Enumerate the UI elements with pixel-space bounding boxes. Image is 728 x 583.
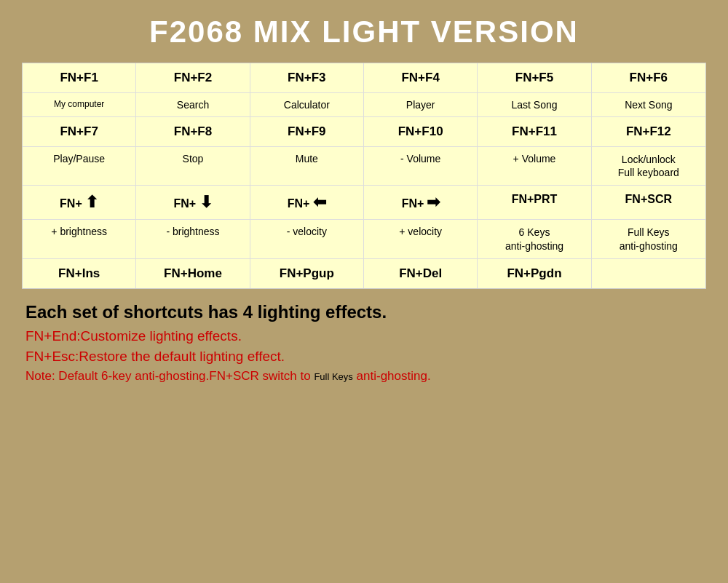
label-last-song: Last Song (478, 93, 591, 116)
key-fn-pgup: FN+Pgup (250, 259, 364, 288)
key-fn-prt: FN+PRT (478, 186, 591, 219)
key-fn-left: FN+ ⬅ (250, 186, 364, 219)
label-mute: Mute (250, 147, 364, 185)
arrow-right-icon: ➡ (427, 193, 440, 212)
label-volume-down: - Volume (364, 147, 478, 185)
label-lock-unlock: Lock/unlockFull keyboard (592, 147, 705, 185)
key-fn-right: FN+ ➡ (364, 186, 478, 219)
fn-arrow-label-row: + brightness - brightness - velocity + v… (23, 220, 705, 258)
note-start: Note: Default 6-key anti-ghosting.FN+SCR… (25, 369, 314, 383)
key-fn-f12: FN+F12 (592, 117, 705, 146)
key-fn-pgdn: FN+Pgdn (478, 259, 591, 288)
label-6-keys-anti-ghosting: 6 Keysanti-ghosting (478, 220, 591, 258)
key-fn-f9: FN+F9 (250, 117, 364, 146)
key-fn-f11: FN+F11 (478, 117, 591, 146)
arrow-left-icon: ⬅ (313, 193, 326, 212)
key-fn-home: FN+Home (136, 259, 250, 288)
key-fn-f4: FN+F4 (364, 63, 478, 92)
label-brightness-up: + brightness (23, 220, 136, 258)
note-end: anti-ghosting. (353, 369, 431, 383)
key-fn-f2: FN+F2 (136, 63, 250, 92)
label-full-keys-anti-ghosting: Full Keysanti-ghosting (592, 220, 705, 258)
key-fn-f7: FN+F7 (23, 117, 136, 146)
fn-f7-f12-label-row: Play/Pause Stop Mute - Volume + Volume L… (23, 147, 705, 186)
bottom-section: Each set of shortcuts has 4 lighting eff… (22, 289, 706, 384)
restore-text: FN+Esc:Restore the default lighting effe… (25, 349, 703, 365)
fn-f7-f12-key-row: FN+F7 FN+F8 FN+F9 FN+F10 FN+F11 FN+F12 (23, 117, 705, 147)
page-wrapper: F2068 MIX LIGHT VERSION FN+F1 FN+F2 FN+F… (0, 0, 728, 583)
label-stop: Stop (136, 147, 250, 185)
key-fn-f5: FN+F5 (478, 63, 591, 92)
arrow-up-icon: ⬆ (85, 193, 98, 212)
note-highlight: Full Keys (314, 371, 352, 382)
fn-f1-f6-key-row: FN+F1 FN+F2 FN+F3 FN+F4 FN+F5 FN+F6 (23, 63, 705, 93)
key-fn-f8: FN+F8 (136, 117, 250, 146)
lighting-effects-text: Each set of shortcuts has 4 lighting eff… (25, 302, 703, 322)
key-fn-f10: FN+F10 (364, 117, 478, 146)
customize-text: FN+End:Customize lighting effects. (25, 328, 703, 344)
key-fn-f1: FN+F1 (23, 63, 136, 92)
fn-ins-row: FN+Ins FN+Home FN+Pgup FN+Del FN+Pgdn (23, 259, 705, 288)
fn-arrow-key-row: FN+ ⬆ FN+ ⬇ FN+ ⬅ FN+ ➡ FN+PRT FN+SCR (23, 186, 705, 220)
label-next-song: Next Song (592, 93, 705, 116)
label-calculator: Calculator (250, 93, 364, 116)
page-title: F2068 MIX LIGHT VERSION (22, 15, 706, 49)
arrow-down-icon: ⬇ (199, 193, 213, 212)
note-text: Note: Default 6-key anti-ghosting.FN+SCR… (25, 369, 703, 384)
key-fn-ins: FN+Ins (23, 259, 136, 288)
label-play-pause: Play/Pause (23, 147, 136, 185)
label-my-computer: My computer (23, 93, 136, 116)
label-search: Search (136, 93, 250, 116)
key-empty (592, 259, 705, 288)
key-fn-f6: FN+F6 (592, 63, 705, 92)
label-volume-up: + Volume (478, 147, 591, 185)
fn-f1-f6-label-row: My computer Search Calculator Player Las… (23, 93, 705, 117)
key-fn-f3: FN+F3 (250, 63, 364, 92)
label-velocity-down: - velocity (250, 220, 364, 258)
shortcut-table: FN+F1 FN+F2 FN+F3 FN+F4 FN+F5 FN+F6 My c… (22, 63, 706, 289)
key-fn-scr: FN+SCR (592, 186, 705, 219)
label-player: Player (364, 93, 478, 116)
key-fn-up: FN+ ⬆ (23, 186, 136, 219)
key-fn-down: FN+ ⬇ (136, 186, 250, 219)
key-fn-del: FN+Del (364, 259, 478, 288)
label-brightness-down: - brightness (136, 220, 250, 258)
label-velocity-up: + velocity (364, 220, 478, 258)
